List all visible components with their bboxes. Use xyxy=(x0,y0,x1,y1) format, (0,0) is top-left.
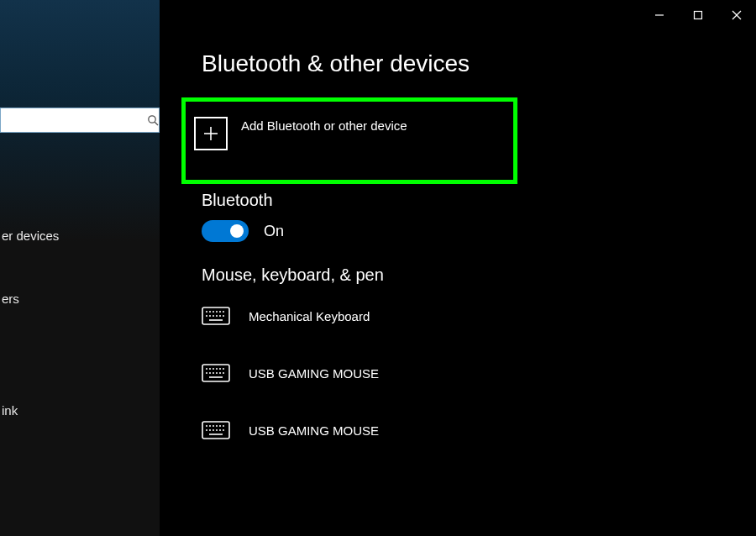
search-icon xyxy=(147,114,159,126)
sidebar-item[interactable] xyxy=(0,346,160,363)
sidebar-item[interactable]: ers xyxy=(0,283,160,314)
add-device-button[interactable]: Add Bluetooth or other device xyxy=(181,97,517,184)
content: Bluetooth & other devices Add Bluetooth … xyxy=(202,50,739,468)
svg-point-4 xyxy=(149,116,155,123)
maximize-button[interactable] xyxy=(679,0,717,30)
device-label: USB GAMING MOUSE xyxy=(249,423,379,438)
svg-line-5 xyxy=(155,122,158,125)
devices-heading: Mouse, keyboard, & pen xyxy=(202,265,739,285)
device-label: USB GAMING MOUSE xyxy=(249,366,379,381)
add-device-label: Add Bluetooth or other device xyxy=(241,117,407,133)
keyboard-icon xyxy=(202,364,230,382)
page-title: Bluetooth & other devices xyxy=(202,50,739,77)
keyboard-icon xyxy=(202,307,230,325)
minimize-button[interactable] xyxy=(640,0,679,30)
device-item[interactable]: USB GAMING MOUSE xyxy=(202,411,739,449)
svg-rect-1 xyxy=(695,12,702,19)
plus-icon xyxy=(194,117,228,150)
bluetooth-toggle-row: On xyxy=(202,220,739,242)
search-input[interactable] xyxy=(1,108,147,132)
device-label: Mechanical Keyboard xyxy=(249,309,370,323)
close-icon xyxy=(732,10,742,20)
close-button[interactable] xyxy=(717,0,756,30)
bluetooth-state: On xyxy=(264,223,284,240)
sidebar-item[interactable]: er devices xyxy=(0,220,160,251)
search-box[interactable] xyxy=(0,108,160,133)
keyboard-icon xyxy=(202,421,230,439)
device-item[interactable]: USB GAMING MOUSE xyxy=(202,354,739,392)
maximize-icon xyxy=(693,10,703,20)
toggle-knob xyxy=(230,224,244,238)
minimize-icon xyxy=(654,10,664,20)
bluetooth-heading: Bluetooth xyxy=(202,191,739,210)
device-item[interactable]: Mechanical Keyboard xyxy=(202,297,739,335)
bluetooth-toggle[interactable] xyxy=(202,220,249,242)
titlebar xyxy=(640,0,756,30)
sidebar: er devices ers ink xyxy=(0,0,160,536)
sidebar-item[interactable]: ink xyxy=(0,395,160,426)
